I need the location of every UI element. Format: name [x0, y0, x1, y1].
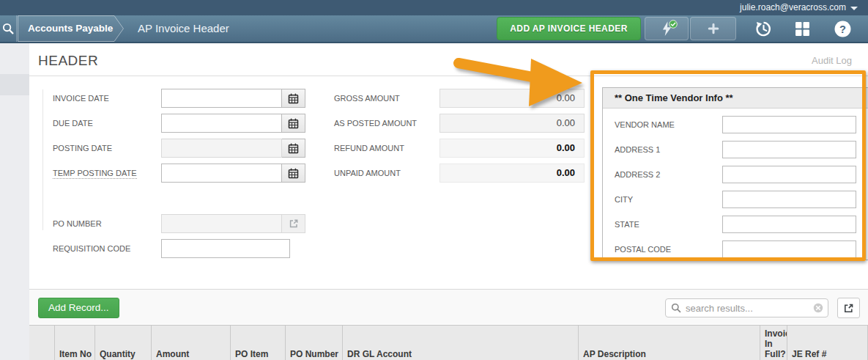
- add-ap-invoice-header-button[interactable]: ADD AP INVOICE HEADER: [497, 17, 641, 40]
- help-icon: ?: [834, 21, 851, 37]
- help-button[interactable]: ?: [832, 17, 853, 40]
- address-2-label: ADDRESS 2: [615, 166, 717, 183]
- collapsed-sidebar: [0, 43, 29, 360]
- posting-date-calendar-button[interactable]: [282, 139, 305, 158]
- column-header-po-number[interactable]: PO Number: [286, 326, 343, 360]
- column-header-dr-gl-account[interactable]: DR GL Account: [343, 326, 579, 360]
- refund-amount-value: 0.00: [439, 139, 585, 158]
- navbar: Accounts Payable AP Invoice Header ADD A…: [0, 15, 868, 43]
- one-time-vendor-panel: ** One Time Vendor Info ** VENDOR NAME A…: [602, 87, 868, 260]
- results-toolbar: Add Record...: [29, 290, 868, 324]
- global-search-button[interactable]: [0, 15, 17, 42]
- account-menu[interactable]: julie.roach@veracross.com: [740, 0, 846, 15]
- svg-text:?: ?: [839, 23, 846, 34]
- account-bar: julie.roach@veracross.com: [0, 0, 868, 15]
- vendor-name-label: VENDOR NAME: [615, 116, 717, 133]
- posting-date-field: [161, 139, 305, 158]
- unpaid-amount-value: 0.00: [439, 164, 585, 183]
- column-header-po-item[interactable]: PO Item: [231, 326, 286, 360]
- account-email: julie.roach@veracross.com: [740, 2, 846, 12]
- one-time-vendor-panel-title: ** One Time Vendor Info **: [603, 88, 868, 109]
- state-input[interactable]: [722, 216, 856, 233]
- apps-launcher-button[interactable]: [792, 17, 812, 40]
- gross-amount-label: GROSS AMOUNT: [334, 89, 444, 108]
- annotation-arrow-icon: [448, 50, 591, 123]
- invoice-date-label: INVOICE DATE: [53, 89, 160, 108]
- results-table-header: Item No Quantity Amount PO Item PO Numbe…: [29, 325, 868, 360]
- requisition-code-label: REQUISITION CODE: [53, 239, 160, 258]
- breadcrumb-module[interactable]: Accounts Payable: [18, 15, 125, 42]
- quick-actions-group: [645, 17, 736, 40]
- external-link-icon: [843, 303, 854, 314]
- refund-amount-label: REFUND AMOUNT: [334, 139, 444, 158]
- invoice-date-calendar-button[interactable]: [282, 89, 305, 108]
- search-icon: [2, 23, 14, 34]
- chevron-down-icon: [850, 7, 858, 10]
- results-search-input[interactable]: [686, 303, 813, 314]
- form-panel-border: [42, 89, 43, 230]
- gross-amount-value: 0.00: [439, 89, 585, 108]
- calendar-icon: [288, 143, 299, 154]
- po-number-input: [161, 214, 282, 233]
- external-link-icon: [289, 218, 299, 229]
- section-divider-top: [29, 76, 868, 76]
- column-header-item-no[interactable]: Item No: [55, 326, 95, 360]
- due-date-label: DUE DATE: [53, 114, 160, 133]
- due-date-input[interactable]: [161, 114, 282, 133]
- address-2-input[interactable]: [722, 166, 856, 183]
- address-1-input[interactable]: [722, 141, 856, 158]
- main-content: HEADER Audit Log INVOICE DATE DUE DATE: [29, 43, 868, 360]
- invoice-date-input[interactable]: [161, 89, 282, 108]
- add-record-button[interactable]: Add Record...: [38, 298, 119, 318]
- unpaid-amount-label: UNPAID AMOUNT: [334, 164, 444, 183]
- po-number-open-button: [282, 214, 305, 233]
- address-1-label: ADDRESS 1: [615, 141, 717, 158]
- search-icon: [671, 303, 681, 313]
- postal-code-label: POSTAL CODE: [615, 240, 717, 258]
- city-input[interactable]: [722, 191, 856, 208]
- history-icon: [755, 21, 772, 37]
- breadcrumb-module-label: Accounts Payable: [28, 15, 113, 42]
- column-header-je-ref[interactable]: JE Ref #: [787, 326, 868, 360]
- due-date-field: [161, 114, 305, 133]
- ap-invoice-header-page: julie.roach@veracross.com Accounts Payab…: [0, 0, 868, 360]
- calendar-icon: [288, 118, 299, 129]
- history-button[interactable]: [753, 17, 774, 40]
- temp-posting-date-field: [161, 164, 305, 183]
- state-label: STATE: [615, 216, 717, 233]
- posting-date-label: POSTING DATE: [53, 139, 160, 158]
- vendor-name-input[interactable]: [722, 116, 856, 133]
- calendar-icon: [288, 168, 299, 179]
- clear-search-icon[interactable]: [813, 303, 823, 313]
- postal-code-input[interactable]: [722, 240, 856, 258]
- column-header-amount[interactable]: Amount: [152, 326, 231, 360]
- column-header-blank: [29, 326, 55, 360]
- workflow-actions-button[interactable]: [645, 17, 689, 40]
- temp-posting-date-label: TEMP POSTING DATE: [53, 164, 160, 183]
- open-results-button[interactable]: [837, 298, 860, 318]
- apps-grid-icon: [795, 21, 810, 37]
- page-section-title: HEADER: [38, 53, 98, 69]
- requisition-code-input[interactable]: [161, 239, 290, 258]
- as-posted-amount-value: 0.00: [439, 114, 585, 133]
- plus-icon: [708, 23, 719, 34]
- invoice-date-field: [161, 89, 305, 108]
- posting-date-input: [161, 139, 282, 158]
- calendar-icon: [288, 93, 299, 104]
- temp-posting-date-input[interactable]: [161, 164, 282, 183]
- po-number-field: [161, 214, 305, 233]
- due-date-calendar-button[interactable]: [282, 114, 305, 133]
- audit-log-link[interactable]: Audit Log: [812, 55, 852, 66]
- add-related-button[interactable]: [690, 17, 736, 40]
- column-header-ap-description[interactable]: AP Description: [579, 326, 760, 360]
- po-number-label: PO NUMBER: [53, 214, 160, 233]
- check-badge-icon: [669, 20, 678, 29]
- results-search-box: [665, 298, 828, 317]
- breadcrumb-page-title: AP Invoice Header: [138, 15, 229, 42]
- sidebar-selected-item[interactable]: [0, 74, 29, 95]
- column-header-quantity[interactable]: Quantity: [95, 326, 152, 360]
- city-label: CITY: [615, 191, 717, 208]
- column-header-invoice-in-full[interactable]: Invoice In Full?: [760, 326, 787, 360]
- temp-posting-date-calendar-button[interactable]: [282, 164, 305, 183]
- as-posted-amount-label: AS POSTED AMOUNT: [334, 114, 444, 133]
